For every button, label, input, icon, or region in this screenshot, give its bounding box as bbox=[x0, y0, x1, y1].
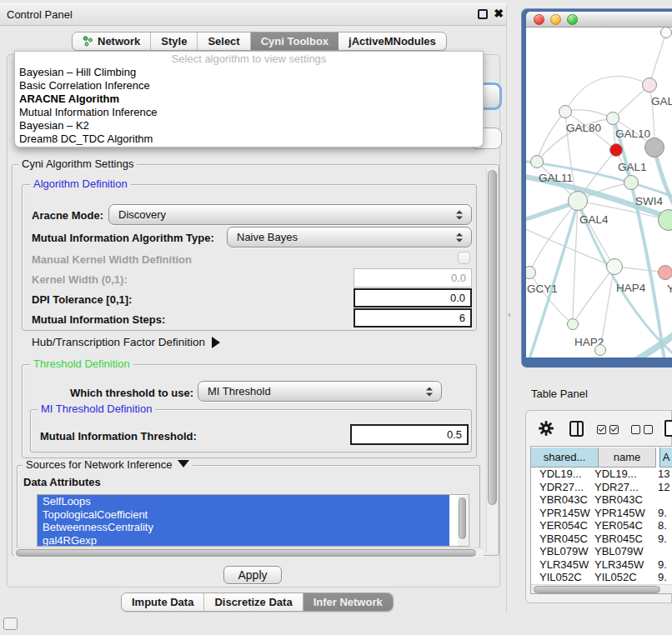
network-node-gal80[interactable] bbox=[559, 105, 572, 118]
settings-horizontal-scrollbar[interactable] bbox=[14, 548, 484, 558]
show-columns-icon[interactable] bbox=[569, 421, 584, 437]
table-row[interactable]: YDR27...YDR27...12 bbox=[531, 481, 672, 494]
network-node-gal11[interactable] bbox=[530, 155, 544, 168]
network-tab-icon bbox=[83, 36, 93, 47]
threshold-definition-title: Threshold Definition bbox=[30, 358, 133, 370]
data-attribute-item[interactable]: TopologicalCoefficient bbox=[38, 508, 449, 522]
algorithm-option[interactable]: Mutual Information Inference bbox=[15, 106, 483, 119]
table-horizontal-scrollbar-thumb[interactable] bbox=[534, 586, 660, 593]
network-node-hap2[interactable] bbox=[567, 318, 579, 330]
algorithm-option[interactable]: Bayesian – Hill Climbing bbox=[15, 66, 483, 79]
expand-right-arrow-icon[interactable] bbox=[212, 337, 220, 348]
which-threshold-combobox[interactable]: MI Threshold bbox=[198, 381, 442, 402]
network-node-gal4[interactable] bbox=[568, 191, 588, 211]
mi-threshold-field[interactable]: 0.5 bbox=[350, 424, 469, 445]
network-node-gcy1[interactable] bbox=[526, 266, 536, 279]
mac-close-button[interactable] bbox=[534, 14, 544, 25]
network-node-gal10[interactable] bbox=[606, 112, 619, 125]
table-row[interactable]: YBL079WYBL079W bbox=[531, 545, 672, 558]
table-row[interactable]: YER054CYER054C8. bbox=[531, 519, 672, 532]
network-node-label: GAL10 bbox=[615, 128, 650, 140]
select-all-columns-icon[interactable] bbox=[597, 425, 619, 434]
tab-impute-data[interactable]: Impute Data bbox=[122, 593, 204, 611]
network-node[interactable] bbox=[660, 28, 672, 38]
network-node[interactable] bbox=[644, 138, 664, 158]
attributes-scrollbar[interactable] bbox=[458, 496, 468, 547]
algorithm-option[interactable]: Bayesian – K2 bbox=[15, 119, 483, 132]
stray-panel-button[interactable] bbox=[3, 618, 18, 630]
table-horizontal-scrollbar[interactable] bbox=[531, 584, 672, 594]
hub-transcription-label: Hub/Transcription Factor Definition bbox=[32, 336, 205, 348]
column-header-third[interactable]: A bbox=[659, 448, 672, 468]
settings-vertical-scrollbar-thumb[interactable] bbox=[488, 170, 497, 505]
tab-select[interactable]: Select bbox=[198, 32, 250, 50]
deselect-all-columns-icon[interactable] bbox=[631, 425, 653, 434]
combobox-arrows-icon bbox=[426, 387, 433, 396]
data-attribute-item[interactable]: SelfLoops bbox=[38, 495, 449, 508]
algorithm-option[interactable]: Basic Correlation Inference bbox=[15, 79, 483, 92]
network-node[interactable] bbox=[609, 143, 623, 157]
dpi-tolerance-field[interactable]: 0.0 bbox=[354, 288, 472, 308]
control-panel-title: Control Panel bbox=[7, 8, 73, 21]
network-node-gal1[interactable] bbox=[624, 175, 639, 190]
attributes-scrollbar-thumb[interactable] bbox=[459, 498, 466, 539]
table-cell: 12 bbox=[658, 481, 669, 494]
column-header-shared-name[interactable]: shared... bbox=[531, 448, 599, 468]
network-node-swi4[interactable] bbox=[658, 209, 672, 231]
combobox-arrows-icon bbox=[456, 232, 463, 242]
gear-icon[interactable] bbox=[538, 420, 554, 437]
data-attribute-item[interactable]: BetweennessCentrality bbox=[38, 521, 449, 534]
network-node-y[interactable] bbox=[658, 265, 672, 280]
table-cell: YDR27... bbox=[594, 481, 639, 494]
aracne-mode-combobox[interactable]: Discovery bbox=[108, 204, 472, 225]
network-window-titlebar[interactable] bbox=[526, 12, 672, 28]
table-cell: YBL079W bbox=[539, 545, 589, 558]
network-node-hap4[interactable] bbox=[606, 258, 623, 275]
cyni-algorithm-settings-title: Cyni Algorithm Settings bbox=[18, 158, 137, 170]
hub-transcription-section[interactable]: Hub/Transcription Factor Definition bbox=[32, 336, 220, 348]
table-row[interactable]: YLR345WYLR345W9. bbox=[531, 558, 672, 572]
table-cell: 9. bbox=[658, 571, 667, 584]
mi-algorithm-type-combobox[interactable]: Naive Bayes bbox=[227, 227, 472, 248]
tab-discretize-data[interactable]: Discretize Data bbox=[204, 593, 303, 611]
table-cell: YIL052C bbox=[539, 571, 582, 584]
mac-zoom-button[interactable] bbox=[567, 14, 578, 25]
table-row[interactable]: YDL19...YDL19...13 bbox=[531, 468, 672, 481]
control-panel-tabbar: Network Style Select Cyni Toolbox jActiv… bbox=[72, 32, 447, 51]
mi-steps-field[interactable]: 6 bbox=[354, 308, 472, 328]
column-header-name[interactable]: name bbox=[599, 448, 656, 468]
settings-horizontal-scrollbar-thumb[interactable] bbox=[16, 549, 476, 557]
close-icon[interactable]: ✖ bbox=[494, 7, 504, 20]
kernel-width-field[interactable]: 0.0 bbox=[354, 268, 472, 288]
tab-network[interactable]: Network bbox=[73, 32, 151, 50]
which-threshold-label: Which threshold to use: bbox=[70, 387, 193, 399]
mac-minimize-button[interactable] bbox=[550, 14, 561, 25]
settings-vertical-scrollbar[interactable] bbox=[486, 168, 499, 552]
data-attribute-item[interactable]: gal4RGexp bbox=[38, 534, 449, 548]
table-row[interactable]: YBR043CYBR043C bbox=[531, 493, 672, 507]
panel-splitter-handle[interactable]: ‹ bbox=[508, 309, 511, 319]
network-canvas[interactable]: GALGAL80GAL10GAL1GAL11SWI4GAL4GCY1HAP4YH… bbox=[526, 28, 672, 358]
table-cell: YPR145W bbox=[594, 507, 645, 520]
network-node-gal[interactable] bbox=[642, 78, 657, 92]
tab-style[interactable]: Style bbox=[151, 32, 198, 50]
mi-algorithm-type-label: Mutual Information Algorithm Type: bbox=[32, 232, 214, 244]
sources-title[interactable]: Sources for Network Inference bbox=[23, 458, 193, 471]
tab-infer-network[interactable]: Infer Network bbox=[303, 593, 393, 611]
export-table-icon[interactable] bbox=[664, 420, 672, 437]
manual-kernel-width-checkbox[interactable] bbox=[458, 252, 470, 264]
algorithm-option[interactable]: Dream8 DC_TDC Algorithm bbox=[15, 132, 483, 146]
network-node-label: GAL bbox=[651, 95, 672, 108]
apply-button[interactable]: Apply bbox=[223, 566, 282, 584]
algorithm-option[interactable]: ARACNE Algorithm bbox=[15, 92, 483, 106]
tab-cyni-toolbox[interactable]: Cyni Toolbox bbox=[251, 32, 339, 50]
collapse-down-arrow-icon[interactable] bbox=[178, 460, 189, 468]
data-attributes-list[interactable]: SelfLoopsTopologicalCoefficientBetweenne… bbox=[37, 494, 469, 547]
float-window-icon[interactable] bbox=[478, 9, 488, 19]
kernel-width-label: Kernel Width (0,1): bbox=[32, 273, 128, 286]
table-row[interactable]: YIL052CYIL052C9. bbox=[531, 571, 672, 584]
tab-jactivemnodules[interactable]: jActiveMNodules bbox=[339, 32, 446, 50]
network-node[interactable] bbox=[594, 344, 606, 356]
table-row[interactable]: YBR045CYBR045C9. bbox=[531, 532, 672, 546]
table-row[interactable]: YPR145WYPR145W9. bbox=[531, 507, 672, 520]
